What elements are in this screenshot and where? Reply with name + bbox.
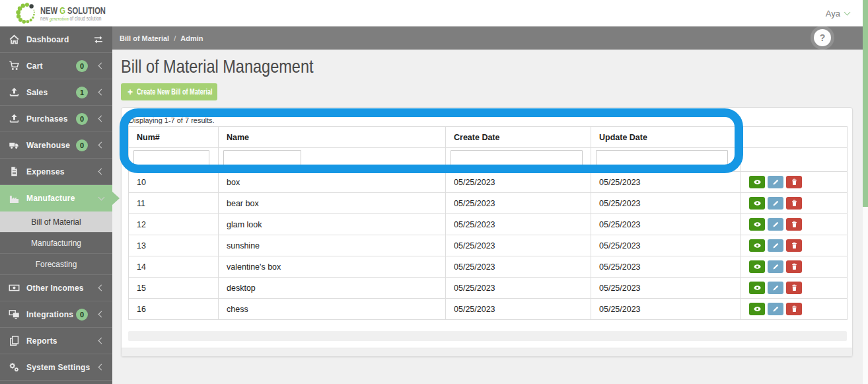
cell-create-date: 05/25/2023 [446,278,591,299]
cell-name: glam look [219,214,446,235]
page-title: Bill of Material Management [121,57,863,77]
sidebar-subitem-bill-of-material[interactable]: Bill of Material [0,211,112,233]
sidebar-item-sales[interactable]: Sales1 [0,79,112,106]
sidebar-item-other-incomes[interactable]: Other Incomes [0,275,112,301]
cell-update-date: 05/25/2023 [591,235,741,256]
delete-button[interactable] [786,282,802,294]
column-header-create-date[interactable]: Create Date [446,127,591,148]
cell-num: 12 [129,214,219,235]
filter-input-num[interactable] [133,150,209,167]
create-new-bill-button[interactable]: + Create New Bill of Material [121,83,217,100]
main-content: Bill of Material/Admin ? Bill of Materia… [112,26,863,384]
sidebar-subitem-manufacturing[interactable]: Manufacturing [0,233,112,254]
view-button[interactable] [749,197,765,210]
cell-update-date: 05/25/2023 [591,299,741,320]
delete-button[interactable] [786,239,802,252]
column-header-update-date[interactable]: Update Date [591,127,741,148]
edit-button[interactable] [768,282,783,294]
table-header-row: Num#NameCreate DateUpdate Date [129,127,848,148]
top-bar: NEW G SOLUTION new generation of cloud s… [0,0,868,26]
sidebar-item-manufacture[interactable]: Manufacture [0,185,112,211]
sidebar-item-dashboard[interactable]: Dashboard [0,26,112,53]
plus-icon: + [127,87,133,97]
user-menu[interactable]: Aya [826,0,850,26]
vertical-scrollbar-thumb[interactable] [863,0,868,207]
cell-name: chess [219,299,446,320]
edit-button[interactable] [768,176,783,188]
eye-icon [753,241,762,250]
breadcrumb-item[interactable]: Bill of Material [120,34,169,42]
help-button[interactable]: ? [814,29,831,46]
eye-icon [753,220,762,229]
chevron-left-icon [98,338,105,344]
trash-icon [790,284,799,292]
breadcrumb-bar: Bill of Material/Admin ? [112,26,863,50]
edit-button[interactable] [768,303,783,315]
view-button[interactable] [749,218,765,231]
delete-button[interactable] [786,218,802,231]
delete-button[interactable] [786,176,802,188]
factory-icon [9,193,20,204]
pencil-icon [772,199,780,208]
cell-name: box [219,172,446,193]
sidebar-subitem-label: Manufacturing [31,239,81,248]
chevron-left-icon [98,89,105,96]
cell-create-date: 05/25/2023 [446,214,591,235]
edit-button[interactable] [768,197,783,210]
horizontal-scrollbar[interactable] [128,331,847,341]
view-button[interactable] [749,260,765,273]
trash-icon [790,305,799,313]
trash-icon [790,199,799,208]
filter-input-create-date[interactable] [451,150,583,167]
sidebar-item-reports[interactable]: Reports [0,328,112,354]
sidebar-item-expenses[interactable]: Expenses [0,159,112,185]
trash-icon [790,262,799,271]
filter-input-update-date[interactable] [596,150,728,167]
column-header-name[interactable]: Name [219,127,446,148]
brand-tagline: new generation of cloud solution [40,15,122,22]
chevron-left-icon [98,364,105,371]
column-header-num-[interactable]: Num# [129,127,219,148]
table-row: 16chess05/25/202305/25/2023 [129,299,848,320]
cell-name: desktop [219,278,446,299]
sidebar-subitem-forecasting[interactable]: Forecasting [0,254,112,275]
sidebar-item-purchases[interactable]: Purchases0 [0,106,112,132]
upload-icon [9,113,20,124]
sidebar-item-label: Reports [26,336,57,346]
breadcrumb-item[interactable]: Admin [180,34,203,42]
sidebar-item-label: Manufacture [26,194,75,203]
vertical-scrollbar[interactable] [863,0,868,384]
view-button[interactable] [749,282,765,294]
sidebar-item-label: Other Incomes [26,284,84,293]
chevron-down-icon [98,194,105,201]
sidebar-item-label: Purchases [26,114,68,124]
cell-update-date: 05/25/2023 [591,193,741,214]
cell-update-date: 05/25/2023 [591,256,741,278]
sidebar-item-label: Warehouse [26,141,70,150]
pencil-icon [772,262,780,271]
swap-arrows-icon [93,34,104,45]
delete-button[interactable] [786,303,802,315]
edit-button[interactable] [768,218,783,231]
bill-of-material-table: Num#NameCreate DateUpdate Date10box05/25… [128,126,848,320]
sidebar-item-cart[interactable]: Cart0 [0,53,112,79]
count-badge: 1 [76,87,88,98]
eye-icon [753,284,762,292]
sidebar-item-system-settings[interactable]: System Settings [0,354,112,381]
home-icon [9,34,20,45]
sidebar-item-integrations[interactable]: Integrations0 [0,301,112,328]
edit-button[interactable] [768,260,783,273]
logo-mark-icon [15,1,38,25]
delete-button[interactable] [786,260,802,273]
filter-input-name[interactable] [223,150,301,167]
view-button[interactable] [749,176,765,188]
view-button[interactable] [749,239,765,252]
chevron-left-icon [98,142,105,149]
pencil-icon [772,305,780,313]
view-button[interactable] [749,303,765,315]
sidebar-item-warehouse[interactable]: Warehouse0 [0,132,112,159]
delete-button[interactable] [786,197,802,210]
cell-num: 13 [129,235,219,256]
cell-num: 16 [129,299,219,320]
edit-button[interactable] [768,239,783,252]
